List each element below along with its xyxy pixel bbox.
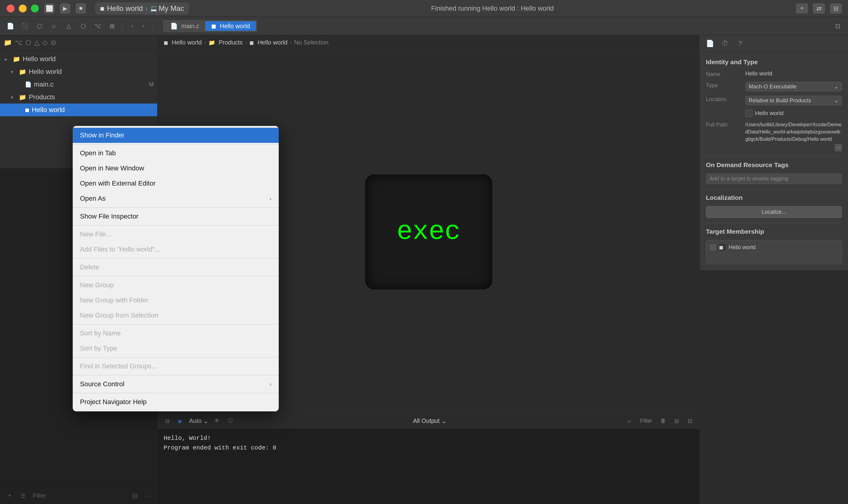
- target-item-label: Hello world: [729, 244, 756, 251]
- tree-item-root[interactable]: ▸ 📁 Hello world: [0, 53, 157, 66]
- exec-icon-tree: ◼: [25, 107, 29, 113]
- breadcrumb-item-0[interactable]: Hello world: [172, 39, 202, 46]
- breakpoint-icon[interactable]: ⬡: [77, 21, 88, 32]
- rp-name-label: Name: [706, 71, 745, 77]
- ctx-open-new-window[interactable]: Open in New Window: [73, 161, 279, 176]
- tree-item-products[interactable]: ▾ 📁 Products: [0, 91, 157, 104]
- tree-item-mainc[interactable]: ▸ 📄 main.c M: [0, 78, 157, 91]
- hello-world-tab[interactable]: ◼ Hello world: [205, 21, 256, 31]
- toolbar-icon-3[interactable]: ⬡: [34, 21, 45, 32]
- file-icon: 📄: [170, 23, 178, 29]
- ctx-project-nav-help[interactable]: Project Navigator Help: [73, 394, 279, 410]
- on-demand-title: On Demand Resource Tags: [706, 161, 842, 168]
- all-output-label: All Output: [413, 417, 439, 425]
- toolbar: 📄 ⬛ ⬡ ⌕ △ ⬡ ⌥ ⊞ ‹ › 📄 main.c ◼ Hello wor…: [0, 17, 848, 35]
- ctx-show-in-finder[interactable]: Show in Finder: [73, 128, 279, 143]
- sidebar-tab-test-icon[interactable]: ◇: [42, 39, 48, 47]
- ctx-open-in-tab-label: Open in Tab: [80, 149, 116, 157]
- exec-text: exec: [397, 217, 461, 247]
- ctx-find-groups-label: Find in Selected Groups...: [80, 362, 157, 370]
- console-toolbar: ⊟ ▶ Auto ⌄ 👁 ⓘ All Output ⌄ ⌕ Filter: [158, 414, 699, 429]
- maximize-button[interactable]: [31, 4, 39, 13]
- rp-location-label: Location: [706, 96, 745, 103]
- sidebar-tab-folder-icon[interactable]: 📁: [4, 39, 12, 47]
- ctx-open-as[interactable]: Open As ›: [73, 191, 279, 206]
- console-filter-icon[interactable]: ▶: [176, 416, 186, 426]
- localize-button[interactable]: Localize...: [706, 206, 842, 218]
- console-line-1: Hello, World!: [163, 433, 693, 443]
- rp-doc-icon[interactable]: 📄: [704, 38, 715, 49]
- sidebar-tab-warning-icon[interactable]: △: [34, 39, 39, 47]
- local-changes-icon[interactable]: ⬛: [19, 21, 30, 32]
- add-tab-button[interactable]: +: [796, 3, 808, 14]
- auto-label: Auto: [189, 417, 202, 425]
- main-c-tab[interactable]: 📄 main.c: [164, 21, 205, 31]
- rp-file-value: Hello world: [755, 110, 783, 116]
- all-output-chevron: ⌄: [442, 417, 447, 425]
- ctx-sep-8: [73, 375, 279, 375]
- ctx-sep-3: [73, 225, 279, 226]
- console-split-icon[interactable]: ⊟: [162, 416, 172, 426]
- ctx-new-group-label: New Group: [80, 281, 114, 289]
- console-info-icon[interactable]: ⓘ: [225, 416, 235, 426]
- rp-history-icon[interactable]: ⏱: [720, 38, 730, 49]
- breadcrumb-separator: ›: [145, 4, 148, 13]
- breadcrumb-item-1[interactable]: Products: [219, 39, 243, 46]
- machine-icon: 💻: [150, 5, 157, 12]
- titlebar-right-controls: + ⇄ ⊟: [796, 3, 848, 14]
- sidebar-tab-debug-icon[interactable]: ⊙: [51, 39, 56, 47]
- ctx-sort-name-label: Sort by Name: [80, 329, 121, 337]
- console-columns-icon[interactable]: ⊟: [672, 416, 681, 426]
- rp-divider-1: [706, 156, 842, 157]
- rp-help-icon[interactable]: ?: [735, 38, 746, 49]
- rp-name-value[interactable]: Hello world: [745, 71, 842, 77]
- console-search-icon[interactable]: ⌕: [624, 416, 634, 426]
- target-membership-title: Target Membership: [706, 228, 842, 235]
- run-button[interactable]: ▶: [60, 3, 70, 14]
- ctx-open-in-tab[interactable]: Open in Tab: [73, 146, 279, 161]
- ctx-find-groups: Find in Selected Groups...: [73, 359, 279, 374]
- split-view-button[interactable]: ⇄: [813, 3, 825, 14]
- tree-item-hw-folder[interactable]: ▾ 📁 Hello world: [0, 66, 157, 78]
- inspector-toggle-icon[interactable]: ⊡: [832, 21, 843, 32]
- console-trash-icon[interactable]: 🗑: [658, 416, 668, 426]
- sidebar-tab-bookmark-icon[interactable]: ⬡: [25, 39, 31, 47]
- console-split-right-icon[interactable]: ⊡: [685, 416, 695, 426]
- close-button[interactable]: [7, 4, 15, 13]
- rp-folder-btn[interactable]: [745, 110, 752, 117]
- all-output-select[interactable]: All Output ⌄: [413, 417, 447, 425]
- target-checkbox[interactable]: [710, 244, 716, 250]
- tree-item-exec[interactable]: ▸ ◼ Hello world: [0, 104, 157, 116]
- rp-location-dropdown[interactable]: Relative to Build Products ⌄: [745, 96, 842, 105]
- console-eye-icon[interactable]: 👁: [212, 416, 222, 426]
- rp-tags-input[interactable]: Add to a target to enable tagging: [706, 174, 842, 184]
- rp-fullpath-reveal-btn[interactable]: ⋯: [835, 144, 842, 151]
- breadcrumb-icon-0: ◼: [163, 39, 168, 46]
- forward-button[interactable]: ›: [138, 21, 148, 31]
- right-panel: Identity and Type Name Hello world Type …: [699, 52, 848, 270]
- window-controls: ⬜ ▶ ■: [44, 3, 86, 14]
- minimize-button[interactable]: [19, 4, 27, 13]
- layout-button[interactable]: ⊟: [830, 3, 842, 14]
- rp-type-dropdown[interactable]: Mach-O Executable ⌄: [745, 82, 842, 91]
- bc-sep-2: ›: [290, 39, 292, 46]
- breadcrumb-item-2[interactable]: Hello world: [258, 39, 288, 46]
- ctx-sep-7: [73, 357, 279, 358]
- sidebar-tab-scm-icon[interactable]: ⌥: [15, 39, 22, 47]
- rp-file-area: Hello world: [745, 110, 842, 117]
- ctx-show-file-inspector[interactable]: Show File Inspector: [73, 209, 279, 224]
- titlebar-machine-name[interactable]: My Mac: [159, 4, 184, 13]
- ctx-source-control[interactable]: Source Control ›: [73, 377, 279, 392]
- auto-select[interactable]: Auto ⌄: [189, 417, 208, 425]
- sidebar-toggle-button[interactable]: ⬜: [44, 3, 54, 14]
- scm-icon[interactable]: ⌥: [92, 21, 103, 32]
- new-doc-icon[interactable]: 📄: [5, 21, 16, 32]
- warning-icon[interactable]: △: [63, 21, 74, 32]
- titlebar-project-name[interactable]: Hello world: [107, 4, 143, 13]
- split-icon[interactable]: ⊞: [107, 21, 118, 32]
- titlebar: ⬜ ▶ ■ ◼ Hello world › 💻 My Mac Finished …: [0, 0, 848, 17]
- back-button[interactable]: ‹: [127, 21, 137, 31]
- stop-button[interactable]: ■: [76, 3, 86, 14]
- search-icon[interactable]: ⌕: [49, 21, 59, 32]
- ctx-open-external[interactable]: Open with External Editor: [73, 176, 279, 191]
